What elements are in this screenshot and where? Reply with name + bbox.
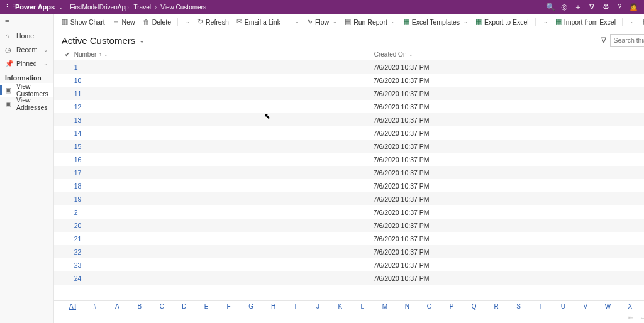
alpha-filter-c[interactable]: C [151, 303, 173, 310]
table-row[interactable]: 107/6/2020 10:37 PM [54, 74, 644, 87]
chevron-down-icon[interactable]: ⌄ [139, 36, 145, 45]
view-title[interactable]: Active Customers [62, 35, 136, 46]
cell-number[interactable]: 10 [73, 77, 370, 84]
email-link-dropdown[interactable]: ⌄ [291, 19, 302, 25]
flow-button[interactable]: ∿Flow⌄ [304, 18, 340, 26]
alpha-filter-d[interactable]: D [173, 303, 195, 310]
settings-icon[interactable]: ⚙ [599, 0, 613, 14]
sidebar-toggle[interactable]: ≡ [0, 14, 53, 29]
cell-number[interactable]: 18 [73, 182, 370, 190]
table-row[interactable]: 197/6/2020 10:37 PM [54, 192, 644, 205]
delete-button[interactable]: 🗑Delete [140, 18, 174, 26]
excel-templates-button[interactable]: ▦Excel Templates⌄ [401, 18, 470, 26]
sidebar-pinned[interactable]: 📌 Pinned ⌄ [0, 57, 53, 70]
run-report-button[interactable]: ▤Run Report⌄ [342, 18, 398, 26]
search-icon[interactable]: 🔍 [543, 0, 557, 14]
alpha-filter-r[interactable]: R [485, 303, 507, 310]
filter-icon[interactable]: ∇ [601, 36, 606, 45]
table-row[interactable]: 117/6/2020 10:37 PM [54, 87, 644, 100]
sidebar-item[interactable]: ▣View Addresses [0, 97, 53, 111]
sidebar-item[interactable]: ▣View Customers [0, 83, 53, 97]
add-icon[interactable]: ＋ [571, 0, 585, 14]
grid-body[interactable]: 17/6/2020 10:37 PM107/6/2020 10:37 PM117… [54, 60, 644, 300]
alpha-filter-l[interactable]: L [352, 303, 374, 310]
alpha-filter-s[interactable]: S [508, 303, 530, 310]
select-all-checkbox[interactable]: ✔ [62, 51, 73, 58]
breadcrumb-item[interactable]: Travel [134, 4, 151, 11]
alpha-filter-all[interactable]: All [62, 303, 84, 310]
import-excel-dropdown[interactable]: ⌄ [626, 19, 637, 25]
alpha-filter-h[interactable]: H [262, 303, 284, 310]
export-excel-dropdown[interactable]: ⌄ [540, 19, 550, 25]
table-row[interactable]: 227/6/2020 10:37 PM [54, 245, 644, 258]
cell-number[interactable]: 15 [73, 143, 370, 150]
cell-number[interactable]: 14 [73, 129, 370, 137]
alpha-filter-x[interactable]: X [619, 303, 641, 310]
table-row[interactable]: 217/6/2020 10:37 PM [54, 232, 644, 245]
cell-number[interactable]: 1 [73, 63, 370, 71]
filter-icon[interactable]: ∇ [585, 0, 599, 14]
alpha-filter-e[interactable]: E [195, 303, 217, 310]
sidebar-home[interactable]: ⌂ Home [0, 29, 53, 43]
cell-number[interactable]: 24 [73, 275, 370, 282]
alpha-filter-m[interactable]: M [374, 303, 396, 310]
table-row[interactable]: 137/6/2020 10:37 PM [54, 113, 644, 126]
cell-number[interactable]: 13 [73, 116, 370, 124]
cell-number[interactable]: 22 [73, 248, 370, 256]
cell-number[interactable]: 11 [73, 90, 370, 97]
alpha-filter-o[interactable]: O [418, 303, 440, 310]
alpha-filter-i[interactable]: I [284, 303, 306, 310]
cell-number[interactable]: 12 [73, 103, 370, 111]
table-row[interactable]: 147/6/2020 10:37 PM [54, 126, 644, 140]
breadcrumb-item[interactable]: View Customers [160, 4, 206, 11]
alpha-filter-w[interactable]: W [597, 303, 619, 310]
alpha-filter-k[interactable]: K [329, 303, 351, 310]
alpha-filter-q[interactable]: Q [463, 303, 485, 310]
sidebar-recent[interactable]: ◷ Recent ⌄ [0, 43, 53, 57]
delete-dropdown[interactable]: ⌄ [182, 19, 192, 25]
cell-number[interactable]: 19 [73, 195, 370, 203]
column-header-number[interactable]: Number ↑ ⌄ [73, 51, 370, 58]
alpha-filter-n[interactable]: N [396, 303, 418, 310]
alpha-filter-b[interactable]: B [128, 303, 150, 310]
help-icon[interactable]: ? [613, 0, 626, 14]
prev-page-icon[interactable]: ← [640, 314, 644, 321]
account-icon[interactable]: 🙍 [626, 0, 640, 14]
cell-number[interactable]: 21 [73, 235, 370, 243]
alpha-filter-p[interactable]: P [440, 303, 462, 310]
first-page-icon[interactable]: ⇤ [628, 314, 633, 321]
table-row[interactable]: 187/6/2020 10:37 PM [54, 179, 644, 192]
table-row[interactable]: 17/6/2020 10:37 PM [54, 60, 644, 74]
alpha-filter-u[interactable]: U [552, 303, 574, 310]
chevron-down-icon[interactable]: ⌄ [409, 52, 413, 57]
chevron-down-icon[interactable]: ⌄ [104, 52, 108, 57]
app-launcher-icon[interactable]: ⋮⋮⋮ [4, 3, 13, 11]
column-header-created-on[interactable]: Created On ⌄ [370, 51, 644, 58]
search-view-box[interactable]: 🔍 [610, 34, 644, 47]
alpha-filter-y[interactable]: Y [641, 303, 644, 310]
refresh-button[interactable]: ↻Refresh [195, 18, 231, 26]
export-excel-button[interactable]: ▦Export to Excel [473, 18, 531, 26]
cell-number[interactable]: 20 [73, 222, 370, 229]
task-icon[interactable]: ◎ [557, 0, 571, 14]
alpha-filter-a[interactable]: A [106, 303, 128, 310]
search-input[interactable] [613, 36, 644, 44]
table-row[interactable]: 177/6/2020 10:37 PM [54, 166, 644, 179]
alpha-filter-j[interactable]: J [307, 303, 329, 310]
cell-number[interactable]: 16 [73, 156, 370, 163]
table-row[interactable]: 127/6/2020 10:37 PM [54, 100, 644, 113]
show-chart-button[interactable]: ▥Show Chart [59, 18, 108, 26]
cell-number[interactable]: 23 [73, 261, 370, 269]
table-row[interactable]: 207/6/2020 10:37 PM [54, 219, 644, 232]
table-row[interactable]: 167/6/2020 10:37 PM [54, 153, 644, 166]
chevron-down-icon[interactable]: ⌄ [58, 4, 64, 10]
cell-number[interactable]: 17 [73, 169, 370, 177]
alpha-filter-g[interactable]: G [240, 303, 262, 310]
table-row[interactable]: 157/6/2020 10:37 PM [54, 140, 644, 153]
new-button[interactable]: ＋New [110, 17, 138, 26]
create-view-button[interactable]: ▦Create view [640, 18, 644, 26]
table-row[interactable]: 247/6/2020 10:37 PM [54, 271, 644, 285]
table-row[interactable]: 27/6/2020 10:37 PM [54, 205, 644, 219]
table-row[interactable]: 237/6/2020 10:37 PM [54, 258, 644, 271]
cell-number[interactable]: 2 [73, 209, 370, 216]
